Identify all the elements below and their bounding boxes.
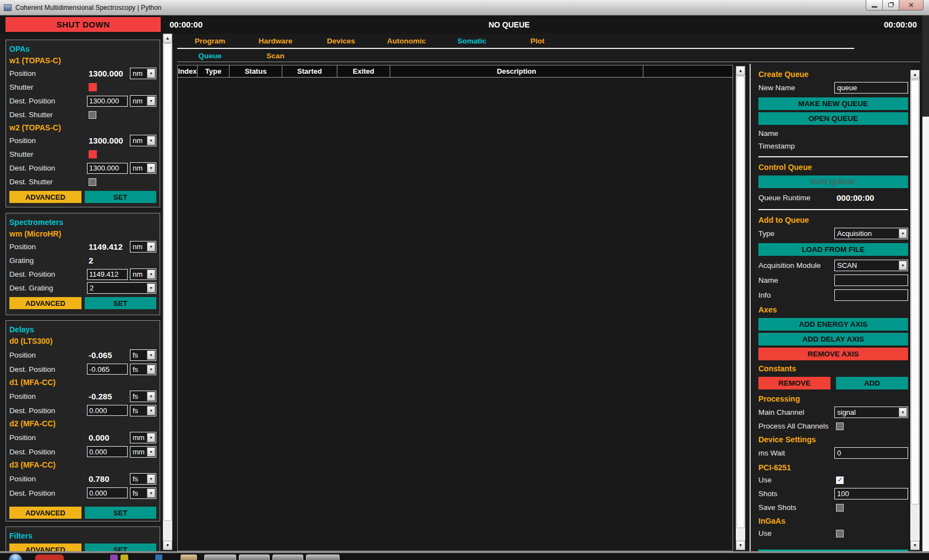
pci-use-checkbox[interactable] [836, 476, 844, 484]
unit-select[interactable]: fs [130, 487, 156, 499]
new-name-input[interactable] [834, 82, 908, 94]
unit-select[interactable]: nm [130, 68, 156, 79]
acquisition-name-input[interactable] [834, 274, 908, 286]
taskbar-button-2[interactable] [239, 554, 270, 560]
load-from-file-button[interactable]: LOAD FROM FILE [758, 243, 908, 256]
make-new-queue-button[interactable]: MAKE NEW QUEUE [758, 97, 908, 110]
unit-select[interactable]: fs [130, 349, 156, 361]
acquisition-module-select[interactable]: SCAN [834, 260, 908, 271]
unit-select[interactable]: nm [130, 241, 156, 252]
chevron-down-icon[interactable] [147, 136, 155, 145]
taskbar-icon-blue[interactable] [155, 554, 162, 560]
chevron-down-icon[interactable] [899, 261, 907, 270]
chevron-down-icon[interactable] [147, 474, 155, 484]
unit-select[interactable]: mm [130, 432, 156, 443]
tab-program[interactable]: Program [177, 34, 243, 48]
close-button[interactable] [899, 0, 923, 10]
remove-axis-button[interactable]: REMOVE AXIS [758, 348, 908, 360]
taskbar-icon-tan[interactable] [181, 554, 197, 560]
taskbar-icon-purple[interactable] [110, 554, 118, 560]
chevron-down-icon[interactable] [147, 96, 155, 106]
tab-devices[interactable]: Devices [308, 34, 374, 48]
chevron-down-icon[interactable] [147, 283, 155, 293]
scroll-down-icon[interactable] [163, 541, 172, 550]
chevron-down-icon[interactable] [147, 242, 155, 251]
unit-select[interactable]: nm [130, 162, 156, 174]
scrollbar-thumb[interactable] [911, 80, 919, 504]
open-queue-button[interactable]: OPEN QUEUE [758, 112, 908, 125]
unit-select[interactable]: fs [130, 473, 156, 485]
chevron-down-icon[interactable] [899, 408, 907, 417]
taskbar-button-3[interactable] [272, 554, 303, 560]
chevron-down-icon[interactable] [147, 270, 155, 279]
info-input[interactable] [834, 289, 908, 301]
save-shots-checkbox[interactable] [836, 504, 844, 512]
start-button[interactable] [9, 554, 22, 560]
subtab-scan[interactable]: Scan [243, 50, 308, 62]
taskbar-icon-red[interactable] [35, 554, 64, 560]
set-button[interactable]: SET [85, 191, 157, 203]
add-delay-axis-button[interactable]: ADD DELAY AXIS [758, 333, 908, 345]
dest-position-input[interactable] [87, 96, 128, 107]
right-panel-scrollbar[interactable] [910, 70, 920, 550]
queue-table-scrollbar[interactable] [736, 66, 745, 550]
unit-select[interactable]: nm [130, 135, 156, 146]
left-panel-scrollbar[interactable] [163, 34, 172, 550]
ingaas-use-checkbox[interactable] [836, 530, 844, 537]
unit-select[interactable]: fs [130, 405, 156, 416]
chevron-down-icon[interactable] [147, 488, 155, 498]
minimize-button[interactable] [866, 0, 883, 10]
tab-autonomic[interactable]: Autonomic [374, 34, 439, 48]
main-channel-select[interactable]: signal [834, 407, 908, 418]
advanced-button[interactable]: ADVANCED [9, 507, 81, 519]
advanced-button[interactable]: ADVANCED [9, 191, 81, 203]
constants-remove-button[interactable]: REMOVE [758, 377, 830, 389]
dest-position-input[interactable] [87, 446, 128, 457]
chevron-down-icon[interactable] [147, 69, 155, 78]
dest-position-input[interactable] [87, 269, 128, 280]
set-button[interactable]: SET [85, 507, 157, 519]
scrollbar-thumb[interactable] [163, 43, 172, 521]
chevron-down-icon[interactable] [899, 229, 907, 238]
chevron-down-icon[interactable] [147, 433, 155, 442]
chevron-down-icon[interactable] [147, 163, 155, 173]
advanced-button[interactable]: ADVANCED [9, 297, 81, 309]
chevron-down-icon[interactable] [147, 350, 155, 360]
taskbar-icon-yellow[interactable] [121, 554, 128, 560]
subtab-queue[interactable]: Queue [177, 50, 243, 62]
taskbar-button-4[interactable] [306, 554, 340, 560]
dest-position-input[interactable] [87, 364, 128, 375]
shut-down-button[interactable]: SHUT DOWN [6, 17, 161, 32]
type-select[interactable]: Acquisition [834, 228, 908, 239]
dest-grating-select[interactable]: 2 [87, 282, 156, 294]
add-energy-axis-button[interactable]: ADD ENERGY AXIS [758, 318, 908, 331]
restore-button[interactable] [882, 0, 899, 10]
dest-position-input[interactable] [87, 487, 128, 498]
scroll-down-icon[interactable] [736, 541, 745, 550]
run-queue-button[interactable]: RUN QUEUE [758, 175, 908, 188]
process-all-channels-checkbox[interactable] [836, 422, 844, 430]
dest-position-input[interactable] [87, 405, 128, 416]
tab-hardware[interactable]: Hardware [243, 34, 308, 48]
unit-select[interactable]: nm [130, 95, 156, 107]
taskbar-button-1[interactable] [204, 554, 236, 560]
scrollbar-thumb[interactable] [736, 76, 745, 528]
set-button[interactable]: SET [85, 543, 157, 552]
scroll-up-icon[interactable] [910, 70, 920, 79]
chevron-down-icon[interactable] [147, 406, 155, 415]
scroll-down-icon[interactable] [910, 541, 920, 550]
unit-select[interactable]: fs [130, 391, 156, 402]
dest-shutter-checkbox[interactable] [89, 111, 96, 119]
unit-select[interactable]: nm [130, 268, 156, 280]
dest-position-input[interactable] [87, 163, 128, 174]
constants-add-button[interactable]: ADD [836, 377, 908, 389]
unit-select[interactable]: mm [130, 446, 156, 458]
chevron-down-icon[interactable] [147, 392, 155, 401]
tab-plot[interactable]: Plot [505, 34, 570, 48]
advanced-button[interactable]: ADVANCED [9, 543, 81, 552]
shots-input[interactable] [834, 488, 908, 499]
scroll-up-icon[interactable] [736, 66, 745, 75]
set-button[interactable]: SET [85, 297, 157, 309]
scroll-up-icon[interactable] [163, 34, 172, 43]
unit-select[interactable]: fs [130, 364, 156, 375]
